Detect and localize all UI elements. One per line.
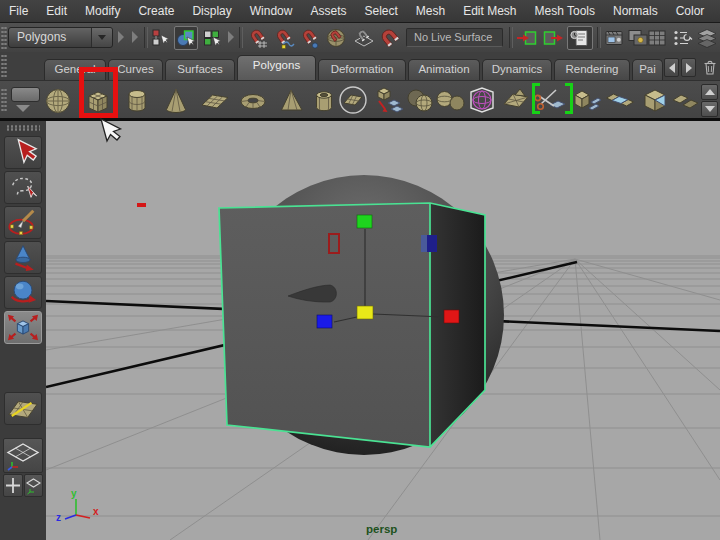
- menu-normals[interactable]: Normals: [604, 4, 667, 18]
- last-tool-slot[interactable]: [4, 392, 42, 425]
- display-layers-button[interactable]: [696, 26, 718, 50]
- menu-color[interactable]: Color: [667, 4, 714, 18]
- menu-edit[interactable]: Edit: [37, 4, 76, 18]
- scene-cube-selected[interactable]: [219, 203, 485, 447]
- scale-tool-button[interactable]: [4, 311, 42, 344]
- section-expander-icon[interactable]: [132, 31, 138, 43]
- red-dash-annotation: [137, 203, 146, 207]
- arrow-down-icon: [705, 106, 715, 112]
- shelf-menu-icon[interactable]: [16, 105, 30, 112]
- shelf-poly-pipe-button[interactable]: [308, 84, 340, 116]
- shelf-duplicate-face-button[interactable]: [374, 84, 406, 116]
- menu-mesh[interactable]: Mesh: [407, 4, 454, 18]
- shelf-combine-button[interactable]: [404, 84, 436, 116]
- snap-to-point-button[interactable]: [298, 26, 322, 50]
- shelf-poly-sphere-button[interactable]: [42, 84, 74, 116]
- tab-paint-effects-truncated[interactable]: Pai: [632, 59, 663, 80]
- magnet-point-icon: [299, 27, 321, 49]
- menu-modify[interactable]: Modify: [76, 4, 129, 18]
- layout-single-pane-button[interactable]: [3, 438, 43, 473]
- render-settings-button[interactable]: [646, 26, 668, 50]
- menu-assets[interactable]: Assets: [301, 4, 355, 18]
- tab-rendering[interactable]: Rendering: [554, 59, 630, 80]
- select-object-icon: [176, 28, 196, 48]
- shelf-drag-handle[interactable]: [1, 54, 7, 77]
- shelf-smooth-button[interactable]: [466, 84, 498, 116]
- mouse-cursor-icon: [93, 116, 123, 146]
- rotate-tool-button[interactable]: [4, 276, 42, 309]
- menu-edit-mesh[interactable]: Edit Mesh: [454, 4, 525, 18]
- section-expander-icon[interactable]: [118, 31, 124, 43]
- menu-select[interactable]: Select: [355, 4, 406, 18]
- layout-persp-outliner-button[interactable]: [24, 474, 43, 497]
- shelf-bridge-button[interactable]: [604, 84, 636, 116]
- paint-select-tool-icon: [5, 207, 41, 238]
- snap-to-center-button[interactable]: [324, 26, 348, 50]
- shelf-poly-platonic-button[interactable]: [337, 84, 369, 116]
- lasso-tool-icon: [5, 172, 41, 203]
- menu-display[interactable]: Display: [183, 4, 240, 18]
- shelf-toggle-button[interactable]: [11, 87, 40, 102]
- perspective-viewport[interactable]: y x z persp: [46, 121, 720, 540]
- select-tool-icon: [5, 137, 41, 168]
- separator: [597, 27, 601, 48]
- tab-deformation[interactable]: Deformation: [318, 59, 406, 80]
- paint-select-tool-button[interactable]: [4, 206, 42, 239]
- display-layers-icon: [696, 28, 718, 48]
- tool-settings-button[interactable]: [671, 26, 693, 50]
- menu-create-uvs[interactable]: Create UVs: [713, 4, 720, 18]
- shelf-tab-scroll-left-button[interactable]: [664, 58, 679, 77]
- toolbox-drag-handle[interactable]: [6, 125, 40, 131]
- shelf-reduce-button[interactable]: [670, 84, 702, 116]
- input-connections-button[interactable]: [515, 26, 539, 50]
- shelf-row-drag-handle[interactable]: [1, 88, 7, 111]
- make-live-button[interactable]: [378, 26, 402, 50]
- render-view-button[interactable]: [603, 26, 625, 50]
- section-expander-icon[interactable]: [228, 31, 234, 43]
- select-hierarchy-button[interactable]: [148, 26, 172, 50]
- menu-mesh-tools[interactable]: Mesh Tools: [526, 4, 604, 18]
- shelf-scroll-down-button[interactable]: [701, 101, 718, 117]
- select-component-button[interactable]: [200, 26, 224, 50]
- manip-scale-z-handle[interactable]: [317, 315, 332, 328]
- layout-four-pane-button[interactable]: [3, 474, 23, 497]
- move-tool-button[interactable]: [4, 241, 42, 274]
- shelf-poly-torus-button[interactable]: [237, 84, 269, 116]
- statusline-drag-handle[interactable]: [1, 26, 7, 49]
- selection-mask-dropdown[interactable]: Polygons: [8, 27, 113, 48]
- manip-scale-y-handle[interactable]: [357, 215, 372, 228]
- shelf-poly-cylinder-button[interactable]: [121, 84, 153, 116]
- lasso-tool-button[interactable]: [4, 171, 42, 204]
- shelf-scroll-up-button[interactable]: [701, 84, 718, 100]
- arrow-up-icon: [705, 89, 715, 95]
- shelf-poly-cone-button[interactable]: [160, 84, 192, 116]
- live-surface-field[interactable]: No Live Surface: [406, 28, 503, 47]
- shelf-bevel-button[interactable]: [639, 84, 671, 116]
- shelf-extract-button[interactable]: [571, 84, 603, 116]
- select-object-button[interactable]: [174, 26, 198, 50]
- snap-to-viewplane-button[interactable]: [352, 26, 376, 50]
- dropdown-arrow-button[interactable]: [91, 28, 112, 47]
- snap-to-curve-button[interactable]: [272, 26, 296, 50]
- shelf-tab-scroll-right-button[interactable]: [681, 58, 696, 77]
- tab-dynamics[interactable]: Dynamics: [482, 59, 552, 80]
- menu-window[interactable]: Window: [241, 4, 302, 18]
- manip-scale-center-handle[interactable]: [357, 306, 373, 319]
- tab-surfaces[interactable]: Surfaces: [165, 59, 235, 80]
- menu-file[interactable]: File: [0, 4, 37, 18]
- tab-polygons[interactable]: Polygons: [237, 55, 316, 80]
- manip-scale-x-handle[interactable]: [444, 310, 459, 323]
- shelf-poly-plane-button[interactable]: [199, 84, 231, 116]
- select-hierarchy-icon: [150, 28, 170, 48]
- snap-to-grid-button[interactable]: [246, 26, 270, 50]
- menu-bar: File Edit Modify Create Display Window A…: [0, 0, 720, 23]
- construction-history-button[interactable]: [567, 26, 593, 50]
- shelf-separate-button[interactable]: [434, 84, 466, 116]
- output-connections-button[interactable]: [541, 26, 565, 50]
- shelf-triangulate-button[interactable]: [500, 84, 532, 116]
- menu-create[interactable]: Create: [129, 4, 183, 18]
- shelf-poly-pyramid-button[interactable]: [275, 84, 307, 116]
- delete-shelf-trash-icon[interactable]: [702, 58, 718, 76]
- select-tool-button[interactable]: [4, 136, 42, 169]
- tab-animation[interactable]: Animation: [408, 59, 480, 80]
